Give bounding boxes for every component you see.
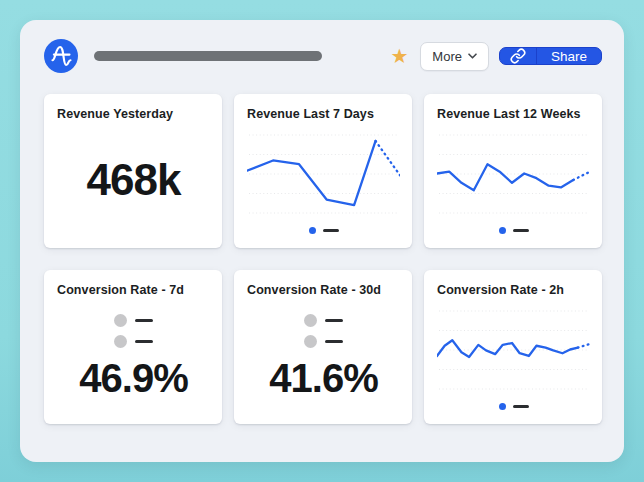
dashboard-panel: ★ More Share Revenue Yesterday 46 [20, 20, 624, 462]
legend-label-placeholder [513, 229, 529, 232]
chart-line-solid [247, 141, 376, 205]
funnel-step [304, 314, 343, 327]
card-conversion-rate-2h[interactable]: Conversion Rate - 2h [424, 270, 602, 424]
chart-line-solid [437, 340, 578, 357]
link-icon [510, 48, 526, 64]
step-dot-icon [304, 335, 317, 348]
chart-gridlines [439, 135, 588, 213]
card-conversion-rate-7d[interactable]: Conversion Rate - 7d 46.9% [44, 270, 222, 424]
step-label-placeholder [325, 319, 343, 322]
share-link-button[interactable] [500, 48, 537, 64]
legend-label-placeholder [513, 405, 529, 408]
share-split-button[interactable]: Share [499, 47, 602, 65]
funnel-step [114, 314, 153, 327]
card-conversion-rate-30d[interactable]: Conversion Rate - 30d 41.6% [234, 270, 412, 424]
conversion-value: 41.6% [269, 358, 377, 398]
chart-gridlines [249, 135, 398, 213]
chart-line-forecast [573, 172, 590, 180]
more-button[interactable]: More [420, 42, 489, 71]
card-title: Revenue Last 7 Days [247, 107, 400, 121]
amplitude-logo[interactable] [44, 39, 78, 73]
amplitude-logo-icon [44, 39, 78, 73]
line-chart-svg [437, 303, 590, 396]
card-revenue-last-12-weeks[interactable]: Revenue Last 12 Weeks [424, 94, 602, 248]
legend-dot-icon [499, 403, 506, 410]
funnel-legend [114, 314, 153, 348]
card-title: Revenue Yesterday [57, 107, 210, 121]
chart-legend [247, 222, 400, 238]
share-button-label: Share [551, 49, 587, 64]
metric-wrap: 468k [57, 121, 210, 238]
dashboard-header: ★ More Share [44, 38, 602, 74]
card-revenue-last-7-days[interactable]: Revenue Last 7 Days [234, 94, 412, 248]
chart-legend [437, 398, 590, 414]
legend-label-placeholder [323, 229, 339, 232]
conversion-value: 46.9% [79, 358, 187, 398]
chart-line-forecast [376, 141, 400, 175]
chart-line-forecast [578, 344, 590, 348]
favorite-star-icon[interactable]: ★ [390, 46, 408, 66]
sparkline-chart [437, 303, 590, 396]
line-chart-svg [437, 127, 590, 220]
card-title: Conversion Rate - 2h [437, 283, 590, 297]
step-label-placeholder [135, 319, 153, 322]
step-dot-icon [114, 314, 127, 327]
dashboard-title-placeholder [94, 51, 322, 61]
conversion-body: 41.6% [247, 297, 400, 414]
card-grid: Revenue Yesterday 468k Revenue Last 7 Da… [44, 94, 602, 424]
chevron-down-icon [468, 53, 477, 59]
step-dot-icon [304, 314, 317, 327]
funnel-step [304, 335, 343, 348]
legend-dot-icon [499, 227, 506, 234]
chart-line-solid [437, 164, 573, 190]
metric-value: 468k [87, 155, 181, 205]
card-title: Conversion Rate - 7d [57, 283, 210, 297]
step-label-placeholder [325, 340, 343, 343]
legend-dot-icon [309, 227, 316, 234]
sparkline-chart [437, 127, 590, 220]
sparkline-chart [247, 127, 400, 220]
line-chart-svg [247, 127, 400, 220]
step-dot-icon [114, 335, 127, 348]
chart-legend [437, 222, 590, 238]
funnel-step [114, 335, 153, 348]
step-label-placeholder [135, 340, 153, 343]
more-button-label: More [432, 49, 462, 64]
card-title: Conversion Rate - 30d [247, 283, 400, 297]
share-button[interactable]: Share [537, 48, 601, 64]
conversion-body: 46.9% [57, 297, 210, 414]
card-revenue-yesterday[interactable]: Revenue Yesterday 468k [44, 94, 222, 248]
funnel-legend [304, 314, 343, 348]
card-title: Revenue Last 12 Weeks [437, 107, 590, 121]
chart-gridlines [439, 311, 588, 389]
